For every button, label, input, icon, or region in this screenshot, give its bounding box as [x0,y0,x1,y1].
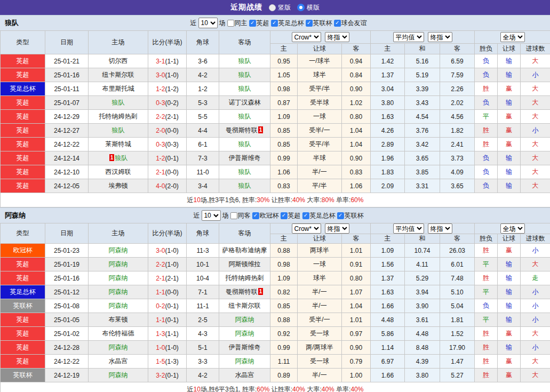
team-name[interactable]: 水晶宫 [109,357,128,365]
team-name[interactable]: 阿森纳 [109,260,128,268]
summary-stat-value: 40% [350,386,363,392]
team-name[interactable]: 狼队 [238,140,251,148]
team-name[interactable]: 西汉姆联 [106,168,131,175]
subcol-header: 和 [405,44,440,54]
handicap-away-odds: 1.04 [342,138,371,151]
checkbox-checked-icon[interactable] [271,20,278,27]
layout-vertical-option[interactable]: 竖版 [269,3,291,12]
checkbox-checked-icon[interactable] [249,20,256,27]
team-name[interactable]: 阿森纳 [109,371,128,379]
team-name[interactable]: 萨格勒布迪纳摩 [222,246,267,254]
same-venue-option[interactable]: 同主 [227,19,248,28]
same-venue-option[interactable]: 同客 [230,211,250,220]
team-name[interactable]: 狼队 [112,126,125,134]
layout-horizontal-option[interactable]: 横版 [297,3,320,12]
league-filter-option[interactable]: 球会友谊 [334,19,367,28]
team-name[interactable]: 布伦特福德 [102,330,134,337]
avg-home-odds: 1.14 [371,341,405,355]
team-name[interactable]: 莱斯特城 [106,140,131,148]
league-filter-option[interactable]: 欧冠杯 [252,211,278,220]
radio-unchecked-icon[interactable] [269,4,276,11]
odds-stage-select[interactable]: 终指 [428,223,452,234]
team-name[interactable]: 狼队 [238,57,251,65]
team-name[interactable]: 阿森纳 [109,302,128,309]
odds-stage-select[interactable]: 终指 [325,223,349,234]
average-select[interactable]: 平均值 [393,32,424,42]
team-name[interactable]: 阿森纳 [109,343,128,351]
corners-cell: 3-3 [187,355,219,369]
team-name[interactable]: 阿森纳 [235,357,254,365]
team-name[interactable]: 诺丁汉森林 [229,99,261,106]
league-filter-option[interactable]: 英联杯 [306,19,332,28]
team-name[interactable]: 托特纳姆热刺 [226,274,264,282]
checkbox-unchecked-icon[interactable] [230,212,237,219]
checkbox-unchecked-icon[interactable] [227,20,234,27]
league-filter-option[interactable]: 英足总杯 [271,19,304,28]
team-name[interactable]: 阿森纳 [109,246,128,254]
team-name[interactable]: 阿森纳 [109,288,128,295]
checkbox-checked-icon[interactable] [306,20,313,27]
avg-home-odds: 1.09 [371,244,405,258]
handicap-away-odds: 1.07 [342,285,371,299]
result-wdl: 负 [475,179,498,193]
average-select[interactable]: 平均值 [393,223,424,234]
team-name[interactable]: 水晶宫 [235,371,254,379]
away-team-cell: 诺丁汉森林 [219,96,270,110]
team-name[interactable]: 埃弗顿 [109,182,128,189]
team-name[interactable]: 狼队 [238,85,251,92]
team-name[interactable]: 曼彻斯特联 [226,288,258,295]
team-name[interactable]: 阿森纳 [109,274,128,282]
away-team-cell: 狼队 [219,165,270,179]
team-name[interactable]: 曼彻斯特联 [226,126,258,134]
checkbox-checked-icon[interactable] [252,212,259,219]
team-name[interactable]: 阿森纳 [235,330,254,337]
team-name[interactable]: 狼队 [112,99,125,106]
result-goals: 小 [521,313,550,327]
team-name[interactable]: 伊普斯维奇 [229,154,261,162]
team-name[interactable]: 狼队 [238,71,251,78]
bookmaker-select[interactable]: Crow* [292,32,321,42]
page-title: 近期战绩 [230,3,262,12]
league-filter-option[interactable]: 英足总杯 [302,211,335,220]
checkbox-checked-icon[interactable] [337,212,344,219]
score-cell: 2-1(0-0) [148,165,187,179]
halftime-score: (1-0) [165,71,179,79]
team-name[interactable]: 纽卡斯尔联 [102,71,134,78]
home-team-cell: 阿森纳 [89,341,148,355]
recent-count-select[interactable]: 10 [201,210,220,221]
team-name[interactable]: 阿斯顿维拉 [229,260,261,268]
team-name[interactable]: 布莱顿 [109,316,128,323]
match-date: 24-12-22 [45,138,89,151]
team-name[interactable]: 托特纳姆热刺 [99,113,138,120]
checkbox-checked-icon[interactable] [302,212,309,219]
league-filter-option[interactable]: 英超 [249,19,269,28]
bookmaker-select[interactable]: Crow* [292,223,321,234]
odds-stage-select[interactable]: 终指 [428,32,452,42]
summary-text: 近 [187,386,194,392]
result-group: 全场 [475,31,550,44]
team-name[interactable]: 狼队 [238,113,251,120]
team-name[interactable]: 布里斯托城 [102,85,134,92]
handicap-line: 两球半 [298,244,342,258]
result-goals: 大 [521,355,550,369]
league-filter-option[interactable]: 英超 [280,211,300,220]
summary-stat-value: 40% [322,386,334,392]
checkbox-checked-icon[interactable] [280,212,287,219]
odds-stage-select[interactable]: 终指 [325,32,349,42]
team-name[interactable]: 阿森纳 [235,316,254,323]
column-header: 主场 [89,31,148,54]
team-name[interactable]: 切尔西 [109,57,128,65]
team-name[interactable]: 纽卡斯尔联 [229,302,261,309]
scope-select[interactable]: 全场 [500,32,525,42]
radio-checked-icon[interactable] [297,4,305,11]
handicap-home-odds: 1.11 [270,355,298,369]
team-name[interactable]: 狼队 [238,168,251,175]
team-name[interactable]: 狼队 [115,154,127,162]
team-name[interactable]: 狼队 [238,182,251,189]
team-name[interactable]: 伊普斯维奇 [229,343,261,351]
score-cell: 4-0(2-0) [148,179,187,193]
league-filter-option[interactable]: 英联杯 [337,211,363,220]
recent-count-select[interactable]: 10 [198,18,218,28]
checkbox-checked-icon[interactable] [334,20,341,27]
scope-select[interactable]: 全场 [500,223,525,234]
